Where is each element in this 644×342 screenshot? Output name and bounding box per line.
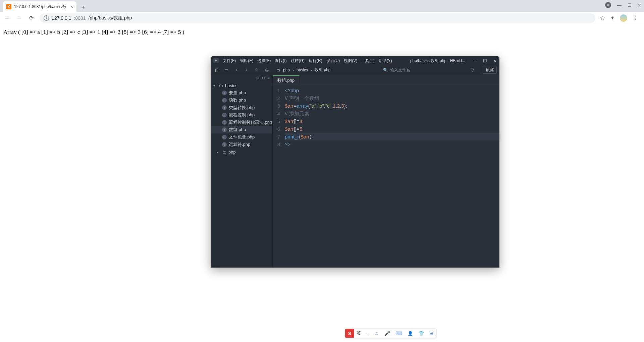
tree-file[interactable]: p流程控制.php — [211, 111, 272, 119]
php-file-icon: p — [222, 105, 227, 110]
preview-button[interactable]: 预览 — [483, 66, 497, 74]
minimize-icon[interactable]: — — [617, 3, 622, 8]
breadcrumb-item[interactable]: 数组.php — [315, 67, 330, 73]
browser-tabbar: X 127.0.0.1:8081/php/basics/数 × + — ☐ ✕ — [0, 0, 644, 12]
tree-folder[interactable]: ▸🗀php — [211, 148, 272, 156]
tree-file[interactable]: p文件包含.php — [211, 133, 272, 141]
file-search-input[interactable] — [390, 68, 437, 72]
tree-file[interactable]: p流程控制替代语法.php — [211, 119, 272, 126]
ime-language[interactable]: 英 — [354, 330, 364, 336]
menu-item[interactable]: 发行(U) — [326, 58, 340, 64]
file-tab-active[interactable]: 数组.php — [273, 75, 300, 85]
menu-item[interactable]: 选择(S) — [257, 58, 271, 64]
browser-tab[interactable]: X 127.0.0.1:8081/php/basics/数 × — [3, 1, 76, 12]
file-tabs: 数组.php — [273, 75, 499, 85]
file-label: 变量.php — [229, 90, 246, 96]
menu-item[interactable]: 视图(V) — [344, 58, 357, 64]
editor-toolbar: ◧ ▭ ‹ › ☆ ◎ 🗀 php › basics › 数组.php 🔍 ▽ … — [211, 65, 499, 75]
php-file-icon: p — [222, 98, 227, 103]
file-explorer: ⊕ ⊟ ≡ ▾🗀basicsp变量.phpp函数.phpp类型转换.phpp流程… — [211, 75, 273, 268]
ime-voice-icon[interactable]: 🎤 — [382, 331, 393, 336]
line-gutter: 12345678 — [273, 85, 283, 268]
search-icon[interactable]: 🔍 — [383, 68, 388, 72]
folder-label: basics — [225, 83, 237, 88]
profile-icon[interactable] — [605, 2, 611, 8]
chevron-right-icon: › — [292, 68, 294, 72]
browser-toolbar: ← → ⟳ i 127.0.0.1:8081/php/basics/数组.php… — [0, 12, 644, 24]
svg-point-0 — [607, 4, 609, 6]
hbuilder-logo-icon: H — [213, 58, 219, 63]
ime-user-icon[interactable]: 👤 — [405, 331, 416, 336]
menu-item[interactable]: 工具(T) — [361, 58, 374, 64]
menu-icon[interactable]: ⋮ — [633, 15, 638, 21]
tree-file[interactable]: p变量.php — [211, 89, 272, 97]
maximize-icon[interactable]: ☐ — [628, 3, 632, 8]
target-icon[interactable]: ◎ — [264, 67, 270, 73]
editor-titlebar[interactable]: H 文件(F)编辑(E)选择(S)查找(I)跳转(G)运行(R)发行(U)视图(… — [211, 56, 499, 65]
site-info-icon[interactable]: i — [44, 15, 49, 21]
close-icon[interactable]: × — [70, 4, 73, 9]
ime-keyboard-icon[interactable]: ⌨ — [393, 331, 405, 336]
tree-folder[interactable]: ▾🗀basics — [211, 82, 272, 89]
folder-label: php — [228, 150, 236, 155]
address-bar[interactable]: i 127.0.0.1:8081/php/basics/数组.php — [40, 13, 595, 23]
ime-toolbar[interactable]: S 英 ·, ☺ 🎤 ⌨ 👤 👕 ⊞ — [345, 329, 436, 338]
reload-button[interactable]: ⟳ — [28, 14, 35, 22]
new-tab-button[interactable]: + — [78, 3, 88, 12]
forward-button[interactable]: → — [15, 14, 23, 22]
xampp-favicon-icon: X — [6, 4, 11, 9]
sogou-logo-icon[interactable]: S — [345, 329, 354, 338]
nav-forward-icon[interactable]: › — [244, 67, 250, 73]
php-file-icon: p — [222, 135, 227, 139]
file-label: 流程控制.php — [229, 112, 255, 118]
editor-close-icon[interactable]: ✕ — [493, 58, 497, 63]
panel-left-icon[interactable]: ◧ — [213, 67, 219, 73]
file-tree: ▾🗀basicsp变量.phpp函数.phpp类型转换.phpp流程控制.php… — [211, 81, 272, 156]
editor-minimize-icon[interactable]: — — [473, 58, 477, 63]
code-content[interactable]: <?php// 声明一个数组$arr=array("a","b","c",1,2… — [283, 85, 499, 268]
add-icon[interactable]: ⊕ — [256, 76, 259, 80]
tab-title: 127.0.0.1:8081/php/basics/数 — [14, 4, 66, 10]
ime-emoji-icon[interactable]: ☺ — [371, 331, 381, 336]
editor-maximize-icon[interactable]: ☐ — [483, 58, 487, 63]
url-host: 127.0.0.1 — [52, 15, 71, 21]
list-icon[interactable]: ≡ — [268, 76, 270, 80]
menu-item[interactable]: 帮助(Y) — [379, 58, 392, 64]
file-search: 🔍 ▽ — [383, 67, 475, 73]
ime-toolbox-icon[interactable]: ⊞ — [427, 331, 436, 336]
menu-item[interactable]: 编辑(E) — [240, 58, 253, 64]
star-icon[interactable]: ☆ — [254, 67, 260, 73]
user-avatar-icon[interactable] — [620, 14, 627, 22]
breadcrumb-item[interactable]: php — [283, 68, 290, 72]
menu-item[interactable]: 运行(R) — [309, 58, 322, 64]
nav-back-icon[interactable]: ‹ — [233, 67, 239, 73]
extensions-icon[interactable]: ✦ — [610, 15, 614, 21]
tree-file[interactable]: p函数.php — [211, 97, 272, 104]
menu-item[interactable]: 跳转(G) — [291, 58, 305, 64]
filter-icon[interactable]: ▽ — [469, 67, 475, 73]
ime-punct-icon[interactable]: ·, — [364, 331, 371, 336]
tree-file[interactable]: p运算符.php — [211, 141, 272, 148]
back-button[interactable]: ← — [3, 14, 11, 22]
ime-skin-icon[interactable]: 👕 — [416, 331, 427, 336]
editor-title-path: php/basics/数组.php - HBuild... — [410, 58, 465, 64]
code-area[interactable]: 12345678 <?php// 声明一个数组$arr=array("a","b… — [273, 85, 499, 268]
breadcrumb-item[interactable]: basics — [297, 68, 308, 72]
folder-icon: 🗀 — [276, 68, 280, 72]
close-window-icon[interactable]: ✕ — [638, 3, 641, 8]
bookmark-icon[interactable]: ☆ — [600, 15, 605, 21]
url-port: :8081 — [74, 15, 86, 21]
menu-item[interactable]: 查找(I) — [275, 58, 286, 64]
menu-item[interactable]: 文件(F) — [223, 58, 236, 64]
file-label: 流程控制替代语法.php — [229, 119, 272, 125]
file-label: 数组.php — [229, 127, 246, 133]
chevron-down-icon: ▾ — [213, 84, 217, 88]
php-file-icon: p — [222, 91, 227, 95]
tree-file[interactable]: p类型转换.php — [211, 104, 272, 111]
breadcrumb: 🗀 php › basics › 数组.php — [276, 67, 330, 73]
collapse-icon[interactable]: ⊟ — [262, 76, 265, 80]
panel-bottom-icon[interactable]: ▭ — [223, 67, 229, 73]
chevron-right-icon: › — [311, 68, 312, 72]
window-controls: — ☐ ✕ — [605, 2, 641, 8]
tree-file[interactable]: p数组.php — [211, 126, 272, 133]
